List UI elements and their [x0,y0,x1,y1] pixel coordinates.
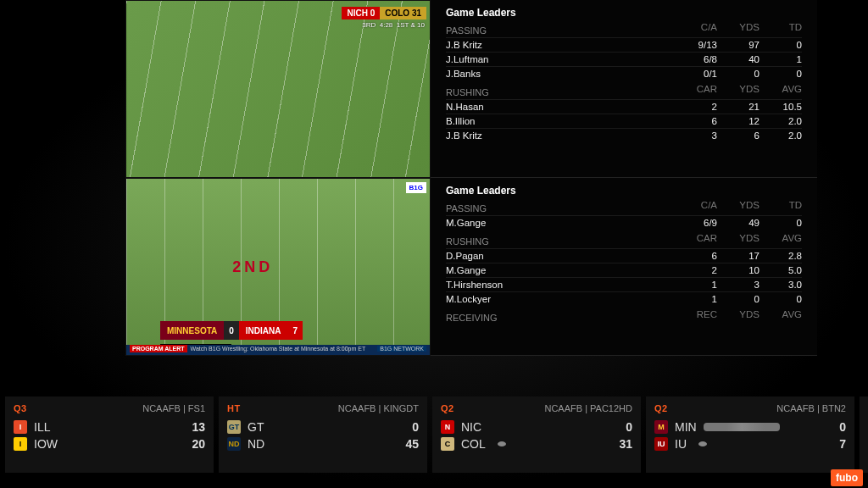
passing-section: PASSING C/A YDS TD M.Gange6/9490 [446,198,802,230]
possession-icon [498,441,506,446]
stat-row: M.Gange6/9490 [446,215,802,230]
video-feed-2[interactable]: B1G 2ND MINNESOTA 0 INDIANA 7 2ND 13:38 … [125,178,431,356]
rushing-section: RUSHING CAR YDS AVG N.Hasan22110.5 B.Ill… [446,82,802,142]
network-badge: B1G [406,182,426,193]
team-logo-icon: N [441,420,454,434]
video-feed-1[interactable]: NICH 0 COLO 31 3RD 4:28 1ST & 10 [125,0,431,178]
stats-panel-1[interactable]: Game Leaders PASSING C/A YDS TD J.B Krit… [431,0,817,177]
stat-row: M.Lockyer100 [446,291,802,306]
stat-row: D.Pagan6172.8 [446,248,802,263]
scorebug-home: COLO 31 [380,7,426,19]
scorebug-2: MINNESOTA 0 INDIANA 7 [160,321,303,340]
team-line: IILL13 [14,420,205,434]
scorebug-away: NICH 0 [342,7,380,19]
stats-panel-2[interactable]: Game Leaders PASSING C/A YDS TD M.Gange6… [431,178,817,355]
team-logo-icon: M [654,420,668,434]
team-logo-icon: GT [227,420,241,434]
score-card[interactable]: Q2NCAAFB | PAC12HD NNIC0 CCOL31 [432,396,641,473]
stats-title: Game Leaders [446,185,802,197]
team-line: NNIC0 [441,420,632,434]
team-logo-icon: I [14,420,27,434]
team-logo-icon: ND [227,437,241,451]
team-line: CCOL31 [441,437,632,451]
program-ticker: PROGRAM ALERTWatch B1G Wrestling: Oklaho… [126,345,430,355]
score-card[interactable]: Q1 M M [860,396,868,473]
brand-badge[interactable]: fubo [831,469,863,486]
receiving-section: RECEIVING REC YDS AVG [446,308,802,324]
team-line: IIOW20 [14,437,205,451]
stat-row: M.Gange2105.0 [446,263,802,277]
stat-row: T.Hirshenson133.0 [446,277,802,291]
score-card[interactable]: HTNCAAFB | KINGDT GTGT0 NDND45 [219,396,427,473]
stat-row: J.Luftman6/8401 [446,52,802,66]
multiview-area: NICH 0 COLO 31 3RD 4:28 1ST & 10 Game Le… [0,0,868,374]
score-strip[interactable]: Q3NCAAFB | FS1 IILL13 IIOW20 HTNCAAFB | … [0,396,868,473]
passing-section: PASSING C/A YDS TD J.B Kritz9/13970 J.Lu… [446,20,802,80]
stat-row: B.Illion6122.0 [446,114,802,128]
scorebug-1: NICH 0 COLO 31 [342,4,426,21]
stat-row: N.Hasan22110.5 [446,99,802,114]
possession-icon [698,441,707,446]
rushing-section: RUSHING CAR YDS AVG D.Pagan6172.8 M.Gang… [446,231,802,306]
scorebug-info-1: 3RD 4:28 1ST & 10 [362,21,425,29]
stat-row: J.Banks0/100 [446,66,802,80]
team-line: GTGT0 [227,420,419,434]
team-logo-icon: IU [654,437,668,451]
score-card[interactable]: Q2NCAAFB | BTN2 MMIN0 IUIU7 [646,396,854,473]
score-card[interactable]: Q3NCAAFB | FS1 IILL13 IIOW20 [5,396,214,473]
stats-title: Game Leaders [446,7,802,19]
field-marker: 2ND [232,258,273,276]
game-row-1: NICH 0 COLO 31 3RD 4:28 1ST & 10 Game Le… [125,0,817,178]
team-line: IUIU7 [654,437,846,451]
redacted-icon [704,423,780,431]
team-logo-icon: C [441,437,454,451]
team-logo-icon: I [14,437,27,451]
team-line: MMIN0 [654,420,846,434]
team-line: NDND45 [227,437,419,451]
stat-row: J.B Kritz9/13970 [446,37,802,52]
stat-row: J.B Kritz362.0 [446,128,802,142]
game-row-2: B1G 2ND MINNESOTA 0 INDIANA 7 2ND 13:38 … [125,178,817,356]
